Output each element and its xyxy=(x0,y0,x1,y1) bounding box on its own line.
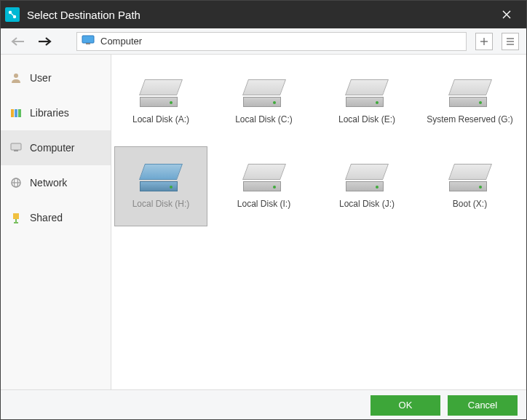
sidebar-item-user[interactable]: User xyxy=(1,60,111,95)
back-button[interactable] xyxy=(8,33,28,50)
svg-rect-19 xyxy=(14,150,18,151)
svg-rect-16 xyxy=(15,109,17,117)
sidebar-item-network[interactable]: Network xyxy=(1,165,111,200)
sidebar-item-label: Libraries xyxy=(30,107,69,119)
titlebar: Select Destination Path xyxy=(1,1,526,28)
svg-line-2 xyxy=(12,14,14,16)
close-button[interactable] xyxy=(493,1,520,28)
disk-icon xyxy=(243,79,285,107)
drive-label: Boot (X:) xyxy=(453,199,487,209)
disk-icon xyxy=(346,164,388,191)
view-list-button[interactable] xyxy=(502,33,519,50)
new-folder-button[interactable] xyxy=(475,33,493,50)
sidebar: User Libraries Computer Network Shared xyxy=(1,55,111,389)
drive-j[interactable]: Local Disk (J:) xyxy=(320,146,413,226)
body: User Libraries Computer Network Shared xyxy=(1,55,526,389)
path-breadcrumb[interactable]: Computer xyxy=(76,32,467,51)
disk-icon xyxy=(140,164,182,191)
content-pane: Local Disk (A:) Local Disk (C:) Local Di… xyxy=(111,55,526,389)
svg-rect-18 xyxy=(11,143,21,150)
ok-button[interactable]: OK xyxy=(371,395,440,416)
drive-label: System Reserved (G:) xyxy=(427,114,513,124)
svg-rect-7 xyxy=(82,36,94,43)
sidebar-item-label: Shared xyxy=(30,212,63,223)
computer-icon xyxy=(82,35,95,47)
drive-label: Local Disk (I:) xyxy=(237,199,290,209)
navbar: Computer xyxy=(1,28,526,55)
path-label: Computer xyxy=(100,36,142,47)
cancel-button[interactable]: Cancel xyxy=(448,395,518,416)
disk-icon xyxy=(140,79,182,107)
sidebar-item-label: Network xyxy=(30,177,67,189)
shared-icon xyxy=(9,211,23,224)
drive-g[interactable]: System Reserved (G:) xyxy=(424,62,517,142)
svg-rect-15 xyxy=(11,109,14,117)
drive-grid: Local Disk (A:) Local Disk (C:) Local Di… xyxy=(114,62,523,226)
disk-icon xyxy=(449,164,491,191)
svg-point-14 xyxy=(14,74,18,78)
computer-icon xyxy=(9,141,23,154)
drive-i[interactable]: Local Disk (I:) xyxy=(218,146,311,226)
svg-rect-23 xyxy=(13,213,19,219)
drive-label: Local Disk (H:) xyxy=(132,199,190,209)
footer: OK Cancel xyxy=(1,389,526,420)
disk-icon xyxy=(449,79,491,107)
sidebar-item-label: User xyxy=(30,72,52,84)
drive-label: Local Disk (J:) xyxy=(339,199,395,209)
sidebar-item-label: Computer xyxy=(30,142,74,154)
sidebar-item-shared[interactable]: Shared xyxy=(1,200,111,235)
svg-rect-8 xyxy=(86,43,90,44)
drive-h[interactable]: Local Disk (H:) xyxy=(114,146,207,226)
user-icon xyxy=(9,71,23,84)
forward-button[interactable] xyxy=(34,33,55,50)
drive-e[interactable]: Local Disk (E:) xyxy=(320,62,413,142)
drive-label: Local Disk (C:) xyxy=(235,114,293,124)
sidebar-item-computer[interactable]: Computer xyxy=(1,130,111,165)
sidebar-item-libraries[interactable]: Libraries xyxy=(1,95,111,130)
disk-icon xyxy=(346,79,388,107)
disk-icon xyxy=(243,164,285,191)
drive-a[interactable]: Local Disk (A:) xyxy=(114,62,207,142)
svg-rect-17 xyxy=(18,109,21,117)
network-icon xyxy=(9,176,23,189)
window-title: Select Destination Path xyxy=(27,9,493,21)
app-icon xyxy=(5,7,20,22)
drive-label: Local Disk (E:) xyxy=(338,114,395,124)
drive-label: Local Disk (A:) xyxy=(132,114,189,124)
libraries-icon xyxy=(9,106,23,119)
drive-x[interactable]: Boot (X:) xyxy=(424,146,517,226)
drive-c[interactable]: Local Disk (C:) xyxy=(218,62,311,142)
